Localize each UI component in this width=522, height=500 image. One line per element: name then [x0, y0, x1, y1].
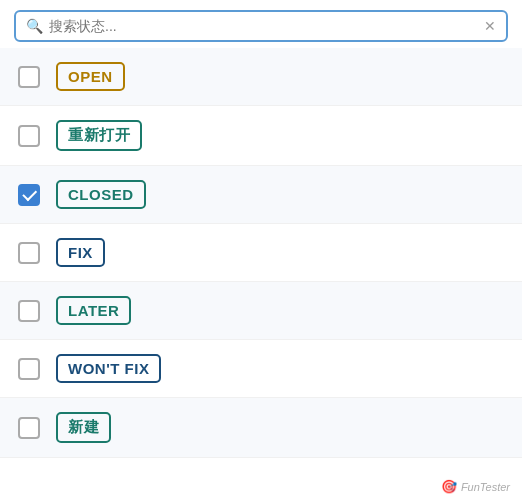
list-item[interactable]: 新建 [0, 398, 522, 458]
status-list: OPEN重新打开CLOSEDFIXLATERWON'T FIX新建 [0, 48, 522, 500]
tag-closed: CLOSED [56, 180, 146, 209]
checkbox-later[interactable] [18, 300, 40, 322]
footer: 🎯 FunTester [441, 479, 510, 494]
clear-icon[interactable]: ✕ [484, 18, 496, 34]
tag-later: LATER [56, 296, 131, 325]
tag-open: OPEN [56, 62, 125, 91]
search-icon: 🔍 [26, 18, 43, 34]
tag-new: 新建 [56, 412, 111, 443]
list-item[interactable]: LATER [0, 282, 522, 340]
checkbox-reopen[interactable] [18, 125, 40, 147]
search-input[interactable] [49, 18, 484, 34]
checkbox-wont-fix[interactable] [18, 358, 40, 380]
search-bar: 🔍 ✕ [14, 10, 508, 42]
checkbox-closed[interactable] [18, 184, 40, 206]
checkbox-new[interactable] [18, 417, 40, 439]
list-item[interactable]: CLOSED [0, 166, 522, 224]
checkbox-fix[interactable] [18, 242, 40, 264]
checkbox-open[interactable] [18, 66, 40, 88]
tag-reopen: 重新打开 [56, 120, 142, 151]
list-item[interactable]: 重新打开 [0, 106, 522, 166]
main-container: 🔍 ✕ OPEN重新打开CLOSEDFIXLATERWON'T FIX新建 🎯 … [0, 0, 522, 500]
tag-wont-fix: WON'T FIX [56, 354, 161, 383]
list-item[interactable]: WON'T FIX [0, 340, 522, 398]
tag-fix: FIX [56, 238, 105, 267]
list-item[interactable]: FIX [0, 224, 522, 282]
list-item[interactable]: OPEN [0, 48, 522, 106]
footer-icon: 🎯 [441, 479, 457, 494]
footer-brand: FunTester [461, 481, 510, 493]
